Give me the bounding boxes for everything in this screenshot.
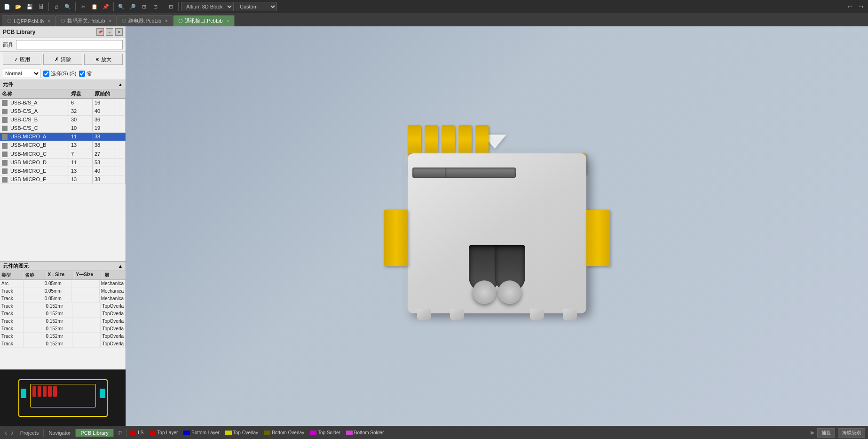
print-preview-icon[interactable]: 🔍 [63,1,73,12]
gfx-row[interactable]: Track 0.05mm Mechanica [0,287,126,295]
checkbox-select-label[interactable]: 选择(S) (S) [43,70,76,77]
tab-relay-close[interactable]: × [165,18,168,24]
gfx-row[interactable]: Track 0.152mr TopOverla [0,318,126,325]
gfx-cell-type: Arc [0,280,24,287]
layer-top-overlay[interactable]: Top Overlay [222,430,261,435]
tab-lqfp-icon: ⬡ [7,18,12,24]
comp-row[interactable]: USB-C/S_C 10 19 [0,124,126,133]
zoom-button[interactable]: ⊕ 放大 [84,54,123,65]
tab-bar: ⬡ LQFP.PcbLib × ⬡ 拨码开关.PcbLib × ⬡ 继电器.Pc… [0,13,868,26]
panel-minimize-button[interactable]: − [106,28,113,36]
comp-row[interactable]: USB-MICRO_B 13 38 [0,141,126,150]
tab-switch[interactable]: ⬡ 拨码开关.PcbLib × [55,15,117,26]
open-icon[interactable]: 📂 [13,1,24,12]
comp-row[interactable]: USB-C/S_B 30 36 [0,116,126,124]
panel-close-button[interactable]: × [115,28,123,36]
clear-button[interactable]: ✗ 清除 [43,54,82,65]
comp-table-header: 名称 焊盘 原始的 [0,89,126,99]
new-icon[interactable]: 📄 [2,1,12,12]
layer-top[interactable]: Top Layer [146,430,181,435]
gfx-row[interactable]: Arc 0.05mm Mechanica [0,280,126,287]
preview-pin3 [43,386,47,397]
undo-icon[interactable]: ↩ [844,1,855,12]
nav-left-icon[interactable]: ‹ [3,429,9,437]
layer-bottom-solder[interactable]: Bottom Solder [343,430,387,435]
comp-cell-extra [116,167,126,175]
gfx-row[interactable]: Track 0.152mr TopOverla [0,325,126,333]
print-icon[interactable]: 🖨 [51,1,62,12]
status-tab-navigator[interactable]: Navigator [44,429,76,437]
layer-bottom-overlay[interactable]: Bottom Overlay [261,430,307,435]
status-tab-p[interactable]: P [114,429,127,437]
paste-icon[interactable]: 📌 [101,1,111,12]
comp-row[interactable]: USB-B/S_A 6 16 [0,99,126,107]
apply-button[interactable]: ✓ 应用 [3,54,41,65]
normal-select[interactable]: Normal [3,69,40,78]
zoom-select-icon[interactable]: ⊡ [150,1,160,12]
comp-cell-extra [116,99,126,107]
tab-lqfp[interactable]: ⬡ LQFP.PcbLib × [2,15,55,26]
panel-pin-button[interactable]: 📌 [96,28,104,36]
view-area[interactable] [126,26,868,426]
layer-top-solder[interactable]: Top Solder [307,430,343,435]
gfx-cell-name [24,310,44,317]
comp-row[interactable]: USB-MICRO_A 11 38 [0,133,126,141]
comp-cell-name: USB-C/S_B [0,116,69,124]
zoom-in-icon[interactable]: 🔍 [116,1,126,12]
pin2 [425,125,438,153]
comp-row[interactable]: USB-MICRO_E 13 40 [0,167,126,176]
gfx-cell-name [24,333,44,340]
checkbox-shrink-label[interactable]: 缩 [79,70,92,77]
gfx-cell-type: Track [0,310,24,317]
gfx-cell-layer: Mechanica [100,280,126,287]
gfx-cell-type: Track [0,287,24,295]
gfx-row[interactable]: Track 0.152mr TopOverla [0,310,126,318]
mask-input[interactable] [16,40,123,49]
copy-icon[interactable]: 📋 [89,1,100,12]
snap-button[interactable]: 捕捉 [817,428,835,438]
save-icon[interactable]: 💾 [24,1,35,12]
mask-level-button[interactable]: 掩膜级别 [838,428,865,438]
save-all-icon[interactable]: 🗄 [36,1,46,12]
gfx-cell-xsize: 0.05mm [43,295,71,302]
cut-icon[interactable]: ✂ [78,1,88,12]
preview-side-pad-right [100,389,105,398]
tab-comms[interactable]: ⬡ 通讯接口.PcbLib × [173,15,235,26]
comp-cell-name: USB-B/S_A [0,99,69,107]
gfx-row[interactable]: Track 0.152mr TopOverla [0,340,126,348]
gfx-row[interactable]: Track 0.152mr TopOverla [0,333,126,340]
nav-right-icon[interactable]: › [9,429,15,437]
mask-label: 面具 [3,41,13,48]
layer-bottom[interactable]: Bottom Layer [181,430,222,435]
comp-row[interactable]: USB-MICRO_C 7 27 [0,150,126,159]
comp-cell-pads: 11 [69,133,93,141]
comp-cell-pads: 13 [69,167,93,175]
zoom-fit-icon[interactable]: ⊞ [139,1,149,12]
tab-comms-close[interactable]: × [227,18,229,24]
gfx-row[interactable]: Track 0.05mm Mechanica [0,295,126,303]
gfx-row[interactable]: Track 0.152mr TopOverla [0,303,126,310]
graphics-expand-icon[interactable]: ▲ [118,263,123,269]
comp-row[interactable]: USB-C/S_A 32 40 [0,107,126,116]
style-dropdown[interactable]: Custom [235,2,277,11]
checkbox-select[interactable] [43,71,49,77]
comp-row[interactable]: USB-MICRO_D 11 53 [0,159,126,167]
status-tab-pcblib[interactable]: PCB Library [76,429,113,437]
grid-icon[interactable]: ⊞ [166,1,176,12]
theme-dropdown[interactable]: Altium 3D Black [181,2,234,11]
redo-icon[interactable]: ↪ [856,1,866,12]
tab-relay[interactable]: ⬡ 继电器.PcbLib × [117,15,173,26]
graphics-title: 元件的图元 [3,263,29,270]
tab-lqfp-close[interactable]: × [47,18,50,24]
connector-left-pad [384,210,408,266]
comp-expand-icon[interactable]: ▲ [118,82,123,87]
comp-row[interactable]: USB-MICRO_F 13 38 [0,176,126,184]
status-tab-projects[interactable]: Projects [16,429,44,437]
gfx-cell-ysize [71,280,100,287]
gfx-cell-type: Track [0,340,24,347]
comp-cell-primitives: 40 [93,167,116,175]
tab-switch-close[interactable]: × [109,18,112,24]
gfx-cell-type: Track [0,303,24,310]
zoom-out-icon[interactable]: 🔎 [127,1,138,12]
checkbox-shrink[interactable] [79,71,85,77]
